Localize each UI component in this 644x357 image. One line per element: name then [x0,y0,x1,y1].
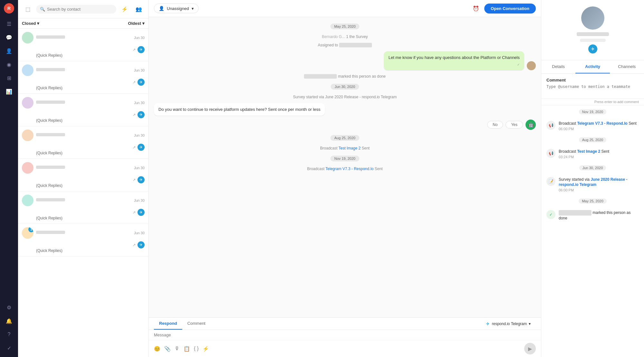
nav-menu-icon[interactable]: ☰ [3,18,15,30]
activity-date-may25: May 25, 2020 [541,195,644,207]
filter-bar: Closed ▾ Oldest ▾ [18,18,148,29]
search-input[interactable] [47,7,112,12]
nav-contacts-icon[interactable]: 👤 [3,45,15,57]
no-button[interactable]: No [487,121,503,129]
chevron-down-icon: ▾ [142,21,145,26]
date-badge-jun30: Jun 30, 2020 [331,84,359,90]
search-icon: 🔍 [40,7,45,12]
conv-avatar [22,162,33,174]
channel-selector[interactable]: ✈ respond.io Telegram ▾ [481,318,536,330]
conversation-item-2[interactable]: Jun 30 ↗ ✈ (Quick Replies) [18,94,148,126]
message-input[interactable] [154,333,536,337]
broadcast-link-testimage[interactable]: Test Image 2 [338,146,361,150]
audio-icon[interactable]: 🎙 [175,346,180,352]
telegram-icon: ✈ [137,209,145,216]
nav-settings-icon[interactable]: ⚙ [3,302,15,313]
input-toolbar: 😊 📎 🎙 📋 { } ⚡ ▶ [149,340,541,357]
conv-date: Jun 30 [134,133,145,137]
conversation-item-6[interactable]: 3 Jun 30 ↗ ✈ (Quick Replies) [18,224,148,256]
date-badge-may25: May 25, 2020 [330,24,360,29]
telegram-icon: ✈ [137,111,145,118]
telegram-icon: ✈ [137,79,145,86]
activity-time: 06:00 PM [559,127,639,131]
arrow-icon: ↗ [133,243,136,247]
sender-avatar [527,61,536,70]
telegram-icon: ✈ [137,176,145,183]
yes-button[interactable]: Yes [506,121,523,129]
system-message-assigned: Assigned to ████████████ [154,43,536,47]
activity-item-survey: 📝 Survey started via June 2020 Release -… [541,174,644,195]
survey-icon: 📝 [546,177,555,186]
conversation-item-0[interactable]: Jun 30 ↗ ✈ (Quick Replies) [18,29,148,61]
done-icon: ✓ [546,210,555,219]
date-badge-aug25: Aug 25, 2020 [330,135,359,141]
contact-name [577,32,609,36]
activity-date-nov19: Nov 19, 2020 [541,105,644,118]
code-icon[interactable]: { } [194,346,199,352]
attachment-icon[interactable]: 📎 [164,346,171,352]
tab-comment[interactable]: Comment [182,318,211,330]
conv-avatar: 3 [22,227,33,239]
conv-avatar [22,97,33,109]
sort-filter-button[interactable]: Oldest ▾ [128,21,145,26]
conversation-item-1[interactable]: Jun 30 ↗ ✈ (Quick Replies) [18,61,148,94]
snooze-icon[interactable]: ⏰ [471,3,481,14]
tab-channels[interactable]: Channels [610,60,644,73]
conv-actions: ↗ ✈ [22,110,145,118]
filter-icon[interactable]: ⚡ [119,3,130,15]
system-message-survey: Bernardo G... 1 the Survey [154,34,536,39]
user-avatar[interactable]: R [4,3,14,14]
conv-actions: ↗ ✈ [22,175,145,183]
comment-hint: Press enter to add comment [541,99,644,105]
tab-respond[interactable]: Respond [154,318,182,330]
contact-header: ✈ [541,0,644,60]
comment-section: Comment [541,74,644,99]
lightning-icon[interactable]: ⚡ [203,346,209,352]
bot-action-buttons: No Yes 🤖 [154,120,536,130]
search-box[interactable]: 🔍 [36,5,116,14]
contact-telegram-icon[interactable]: ✈ [588,44,597,53]
outgoing-message-row: Let me know if you have any questions ab… [154,51,536,70]
status-filter-button[interactable]: Closed ▾ [22,21,39,26]
add-conversation-icon[interactable]: 👥 [133,3,145,15]
bot-message-bubble: Do you want to continue to receive platf… [154,103,325,116]
broadcast-link-telegram[interactable]: Telegram V7.3 - Respond.Io [326,167,374,171]
conv-actions: ↗ ✈ [22,77,145,86]
assignee-selector[interactable]: 👤 Unassigned ▾ [154,4,199,13]
activity-item-broadcast-testimage: 📢 Broadcast Test Image 2 Sent 03:24 PM [541,146,644,161]
tab-activity[interactable]: Activity [575,60,610,73]
conversation-item-5[interactable]: Jun 30 ↗ ✈ (Quick Replies) [18,191,148,224]
send-button[interactable]: ▶ [524,343,536,354]
nav-help-icon[interactable]: ? [3,329,15,340]
activity-time-2: 03:24 PM [559,155,639,159]
template-icon[interactable]: 📋 [184,346,190,352]
chevron-down-icon: ▾ [192,6,194,11]
open-conversation-button[interactable]: Open Conversation [484,4,536,14]
nav-reports-icon[interactable]: 📊 [3,86,15,97]
activity-link-testimage[interactable]: Test Image 2 [577,149,600,154]
expand-icon[interactable]: ⬚ [22,3,33,15]
nav-conversations-icon[interactable]: 💬 [3,32,15,43]
conversation-item-3[interactable]: Jun 30 ↗ ✈ (Quick Replies) [18,126,148,159]
conv-meta [36,68,131,72]
activity-link-survey[interactable]: June 2020 Release - respond.io Telegram [559,177,627,187]
conv-avatar [22,130,33,141]
conversation-item-4[interactable]: Jun 30 ↗ ✈ (Quick Replies) [18,159,148,191]
arrow-icon: ↗ [133,48,136,52]
nav-broadcast-icon[interactable]: ◉ [3,59,15,70]
telegram-icon: ✈ [137,241,145,248]
chat-input-area: Respond Comment ✈ respond.io Telegram ▾ … [149,317,541,357]
nav-flows-icon[interactable]: ⊞ [3,72,15,84]
conversation-list: Jun 30 ↗ ✈ (Quick Replies) Jun 30 ↗ ✈ [18,29,148,357]
nav-notifications-icon[interactable]: 🔔 [3,315,15,327]
comment-input[interactable] [546,84,639,93]
tab-details[interactable]: Details [541,60,575,73]
nav-status-icon[interactable]: ✓ [3,342,15,354]
conv-preview: (Quick Replies) [22,53,145,58]
activity-item-broadcast-telegram: 📢 Broadcast Telegram V7.3 - Respond.Io S… [541,118,644,133]
activity-link-telegram[interactable]: Telegram V7.3 - Respond.Io [577,121,627,126]
activity-title-survey: Survey started via June 2020 Release - r… [559,177,639,188]
emoji-icon[interactable]: 😊 [154,346,160,352]
activity-feed: Nov 19, 2020 📢 Broadcast Telegram V7.3 -… [541,105,644,357]
sidebar-header: ⬚ 🔍 ⚡ 👥 [18,0,148,18]
